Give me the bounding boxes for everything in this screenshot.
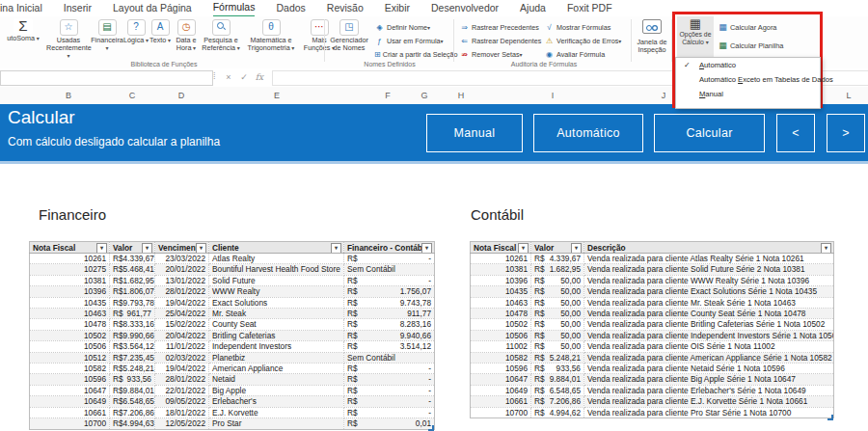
table-cell[interactable]: Sem Contábil [344,352,435,363]
ribbon-tab[interactable]: Ajuda [520,0,546,16]
table-cell[interactable]: 09/05/2022 [155,396,209,407]
table-cell[interactable]: R$3.564,12 [110,341,155,352]
table-cell[interactable]: Venda realizada para cliente Mr. Steak S… [584,297,834,308]
recently-used-button[interactable]: ☆Usadas Recentemente ▾ [46,16,91,60]
table-cell[interactable]: Venda realizada para cliente Independent… [584,330,834,340]
column-header-F[interactable]: F [385,87,391,104]
table-cell[interactable]: R$6.548,65 [531,385,584,395]
table-cell[interactable]: 25/04/2022 [155,309,209,319]
table-cell[interactable]: Venda realizada para cliente Netaid Séri… [584,364,834,374]
table-cell[interactable]: 23/03/2022 [155,254,209,264]
ribbon-tab[interactable]: Fórmulas [213,0,256,18]
table-cell[interactable]: 10435 [30,297,110,308]
show-formulas-button[interactable]: √Mostrar Fórmulas [544,20,629,34]
trace-dependents-button[interactable]: ⇐Rastrear Dependentes [459,34,542,47]
table-cell[interactable]: R$5.468,41 [110,264,155,275]
calculate-sheet-button[interactable]: ▦ Calcular Planilha [718,39,783,52]
table-cell[interactable]: WWW Realty [209,286,344,297]
table-cell[interactable]: 10381 [471,264,531,275]
column-header-L[interactable]: L [846,87,851,104]
next-button[interactable]: > [827,114,865,152]
calculation-options-button[interactable]: ▦ Opções de Cálculo ▾ [677,16,714,57]
table-cell[interactable]: 10502 [471,319,531,330]
table-cell[interactable]: 19/04/2022 [155,364,209,374]
table-cell[interactable]: 28/01/2022 [155,286,209,297]
table-cell[interactable]: R$961,77 [110,309,155,319]
table-cell[interactable]: Venda realizada para cliente Big Apple S… [584,374,834,385]
table-cell[interactable]: Venda realizada para cliente WWW Realty … [584,275,834,285]
table-cell[interactable]: R$933,56 [531,364,584,374]
table-cell[interactable]: Venda realizada para cliente Erlebacher'… [584,385,834,395]
table-cell[interactable]: 10506 [471,330,531,340]
table-cell[interactable]: R$4.994,63 [110,418,155,429]
table-cell[interactable]: 10478 [471,309,531,319]
table-cell[interactable]: R$4.339,67 [531,254,584,264]
table-cell[interactable]: R$- [344,364,435,374]
evaluate-formula-button[interactable]: ◉Avaliar Fórmula [544,47,629,61]
menu-automatico-exceto-tabelas[interactable]: Automático Exceto em Tabelas de Dados [676,72,820,87]
table-cell[interactable]: Britling Cafeterias [209,330,344,340]
automatico-button[interactable]: Automático [533,114,643,152]
table-cell[interactable]: Venda realizada para cliente OIS Série 1… [584,341,834,352]
prev-button[interactable]: < [776,114,815,152]
table-cell[interactable]: 10396 [471,275,531,285]
cancel-button[interactable]: × [222,70,235,85]
autosum-button[interactable]: ΣutoSoma ▾ [0,16,46,60]
ribbon-tab[interactable]: ina Inicial [0,0,42,16]
ribbon-tab[interactable]: Inserir [64,0,92,16]
table-cell[interactable]: R$933,56 [110,374,155,385]
table-cell[interactable]: Venda realizada para cliente Exact Solut… [584,286,834,297]
table-cell[interactable]: 10649 [471,385,531,395]
table-cell[interactable]: R$7.206,86 [531,396,584,407]
formula-bar-splitter[interactable]: ⁞ [213,71,216,81]
table-cell[interactable]: 10700 [30,418,110,429]
table-cell[interactable]: 10435 [471,286,531,297]
table-cell[interactable]: Venda realizada para cliente Britling Ca… [584,319,834,330]
table-cell[interactable]: R$- [344,407,435,418]
table-cell[interactable]: 10396 [30,286,110,297]
table-cell[interactable]: 22/01/2022 [155,385,209,395]
text-button[interactable]: ATexto ▾ [149,16,172,60]
table-cell[interactable]: R$8.333,16 [110,319,155,330]
table-cell[interactable]: R$7.235,45 [110,352,155,363]
watch-window-button[interactable]: Janela de Inspeção [633,16,671,54]
column-header-C[interactable]: C [129,87,136,104]
table-cell[interactable]: Mr. Steak [209,309,344,319]
table-cell[interactable]: Netaid [209,374,344,385]
table-cell[interactable]: Planetbiz [209,352,344,363]
filter-dropdown-icon[interactable]: ▾ [142,243,152,254]
calcular-button[interactable]: Calcular [654,114,765,152]
table-cell[interactable]: 10463 [30,309,110,319]
calculate-now-button[interactable]: ▦ Calcular Agora [718,20,776,34]
table-cell[interactable]: Exact Solutions [209,297,344,308]
table-cell[interactable]: R$0,01 [344,418,435,429]
table-cell[interactable]: Venda realizada para cliente County Seat… [584,309,834,319]
table-cell[interactable]: 10506 [30,341,110,352]
table-cell[interactable]: R$50,00 [531,319,584,330]
table-cell[interactable]: R$5.248,21 [531,352,584,363]
table-cell[interactable]: E.J. Korvette [209,407,344,418]
table-cell[interactable]: 28/01/2022 [155,374,209,385]
table-cell[interactable]: R$911,77 [344,309,435,319]
table-cell[interactable]: R$9.990,66 [110,330,155,340]
column-header-G[interactable]: G [420,87,427,104]
filter-dropdown-icon[interactable]: ▾ [571,243,582,254]
lookup-reference-button[interactable]: Pesquisa e Referência ▾ [201,16,241,60]
table-cell[interactable]: 10275 [30,264,110,275]
table-cell[interactable]: 19/04/2022 [155,297,209,308]
table-cell[interactable]: 13/01/2022 [155,275,209,285]
table-cell[interactable]: R$6.548,65 [110,396,155,407]
table-cell[interactable]: 10582 [30,364,110,374]
name-manager-button[interactable]: ◳ Gerenciador de Nomes [328,16,370,52]
ribbon-tab[interactable]: Dados [276,0,305,16]
table-cell[interactable]: R$- [344,396,435,407]
table-cell[interactable]: R$4.339,67 [110,254,155,264]
table-cell[interactable]: 10381 [30,275,110,285]
date-time-button[interactable]: ◷Data e Hora ▾ [172,16,201,60]
menu-manual[interactable]: Manual [676,87,820,101]
math-trig-button[interactable]: θMatemática e Trigonometria ▾ [241,16,301,60]
table-cell[interactable]: R$9.884,01 [110,385,155,395]
contabil-table-resize-handle[interactable] [827,415,833,420]
table-cell[interactable]: 10512 [30,352,110,363]
table-cell[interactable]: R$1.682,95 [110,275,155,285]
